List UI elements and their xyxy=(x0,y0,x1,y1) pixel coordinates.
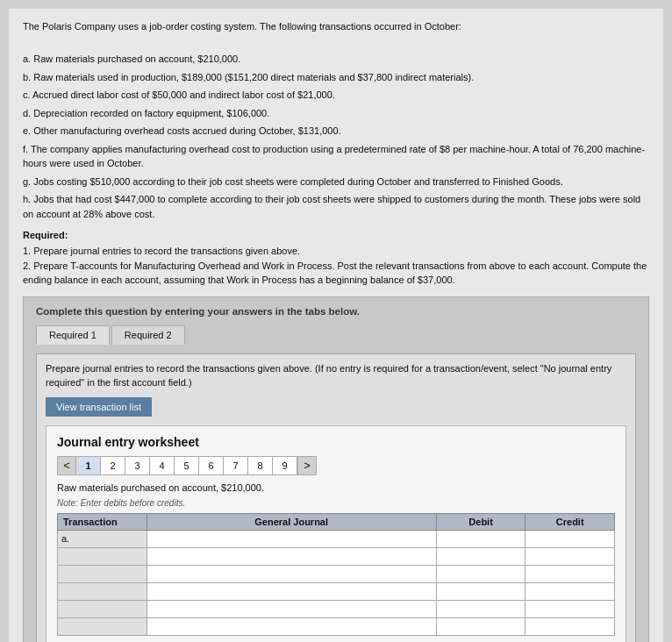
transaction-label-5 xyxy=(58,600,147,617)
debit-input-2[interactable] xyxy=(436,547,525,565)
intro-block: The Polaris Company uses a job-order cos… xyxy=(23,19,649,221)
transaction-label-3 xyxy=(58,565,147,582)
page-2[interactable]: 2 xyxy=(101,456,125,475)
page-7[interactable]: 7 xyxy=(224,456,248,475)
credit-input-6[interactable] xyxy=(525,617,615,635)
general-journal-input-3[interactable] xyxy=(147,565,436,582)
page-3[interactable]: 3 xyxy=(125,456,150,475)
transaction-label-4 xyxy=(58,582,147,600)
transaction-description: Raw materials purchased on account, $210… xyxy=(57,482,615,493)
view-transaction-list-button[interactable]: View transaction list xyxy=(46,397,152,417)
required-item-1: 1. Prepare journal entries to record the… xyxy=(23,244,649,259)
page-4[interactable]: 4 xyxy=(150,456,175,475)
table-row xyxy=(58,565,615,582)
worksheet-box: Journal entry worksheet < 1 2 3 4 5 6 7 … xyxy=(46,425,626,643)
table-row xyxy=(58,582,615,600)
col-header-credit: Credit xyxy=(525,513,615,530)
transaction-label-a: a. xyxy=(58,530,147,547)
credit-input-2[interactable] xyxy=(525,547,615,565)
col-header-debit: Debit xyxy=(436,513,525,530)
transaction-label-2 xyxy=(58,547,147,565)
page-1[interactable]: 1 xyxy=(76,456,101,475)
transaction-label-6 xyxy=(58,617,147,635)
credit-input-5[interactable] xyxy=(525,600,615,617)
required-label: Required: xyxy=(23,230,649,240)
page-8[interactable]: 8 xyxy=(248,456,273,475)
debit-input-1[interactable] xyxy=(436,530,525,547)
table-row xyxy=(58,600,615,617)
transaction-d: d. Depreciation recorded on factory equi… xyxy=(23,106,649,121)
tab-required-2[interactable]: Required 2 xyxy=(111,325,185,345)
journal-table: Transaction General Journal Debit Credit… xyxy=(57,513,615,636)
tab-content: Prepare journal entries to record the tr… xyxy=(36,353,636,643)
required-item-2: 2. Prepare T-accounts for Manufacturing … xyxy=(23,259,649,288)
general-journal-input-6[interactable] xyxy=(147,617,436,635)
general-journal-input-2[interactable] xyxy=(147,547,436,565)
debit-input-3[interactable] xyxy=(436,565,525,582)
intro-opening: The Polaris Company uses a job-order cos… xyxy=(23,19,649,34)
page-6[interactable]: 6 xyxy=(199,456,224,475)
transaction-e: e. Other manufacturing overhead costs ac… xyxy=(23,124,649,139)
general-journal-input-4[interactable] xyxy=(147,582,436,600)
col-header-transaction: Transaction xyxy=(58,513,147,530)
transaction-f: f. The company applies manufacturing ove… xyxy=(23,142,649,171)
prev-arrow[interactable]: < xyxy=(57,456,76,475)
complete-box-title: Complete this question by entering your … xyxy=(36,306,636,317)
transaction-g: g. Jobs costing $510,000 according to th… xyxy=(23,175,649,189)
transaction-a: a. Raw materials purchased on account, $… xyxy=(23,52,649,67)
debit-input-4[interactable] xyxy=(436,582,525,600)
nav-row: < 1 2 3 4 5 6 7 8 9 > xyxy=(57,456,615,475)
worksheet-title: Journal entry worksheet xyxy=(57,435,615,449)
credit-input-4[interactable] xyxy=(525,582,615,600)
credit-input-3[interactable] xyxy=(525,565,615,582)
debit-input-5[interactable] xyxy=(436,600,525,617)
col-header-general-journal: General Journal xyxy=(147,513,436,530)
general-journal-input-1[interactable] xyxy=(147,530,436,547)
tabs-row: Required 1 Required 2 xyxy=(36,325,636,345)
tab-instruction: Prepare journal entries to record the tr… xyxy=(46,361,626,390)
page-9[interactable]: 9 xyxy=(273,456,297,475)
transaction-c: c. Accrued direct labor cost of $50,000 … xyxy=(23,88,649,103)
next-arrow[interactable]: > xyxy=(297,456,317,475)
credit-input-1[interactable] xyxy=(525,530,615,547)
required-items: 1. Prepare journal entries to record the… xyxy=(23,244,649,288)
general-journal-input-5[interactable] xyxy=(147,600,436,617)
page-5[interactable]: 5 xyxy=(175,456,199,475)
complete-box: Complete this question by entering your … xyxy=(23,296,649,643)
tab-required-1[interactable]: Required 1 xyxy=(36,325,110,345)
debit-input-6[interactable] xyxy=(436,617,525,635)
table-row xyxy=(58,547,615,565)
transaction-h: h. Jobs that had cost $447,000 to comple… xyxy=(23,192,649,221)
note-text: Note: Enter debits before credits. xyxy=(57,498,615,508)
table-row: a. xyxy=(58,530,615,547)
table-row xyxy=(58,617,615,635)
transaction-b: b. Raw materials used in production, $18… xyxy=(23,70,649,85)
